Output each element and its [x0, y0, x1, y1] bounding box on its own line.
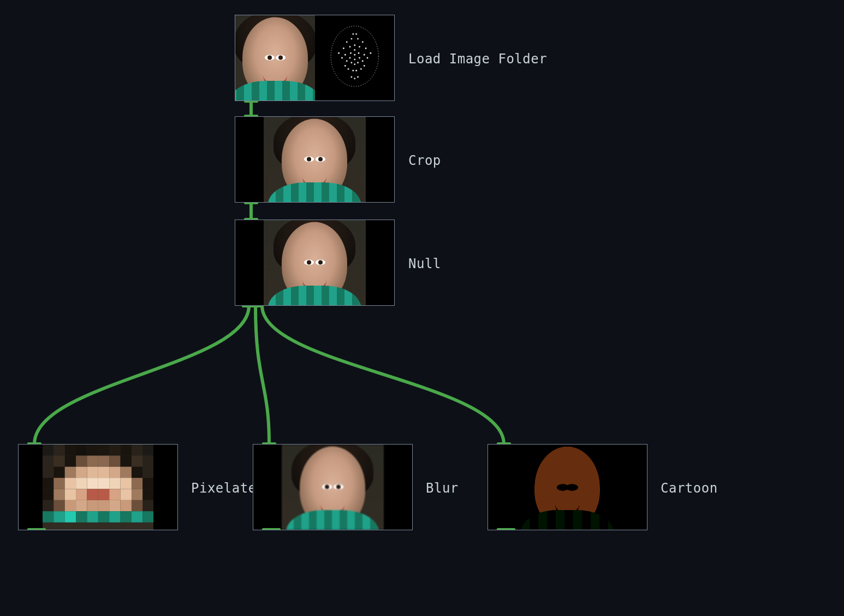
svg-point-12: [361, 41, 363, 43]
svg-point-18: [344, 54, 346, 56]
svg-rect-91: [87, 489, 98, 500]
svg-rect-96: [142, 489, 153, 500]
svg-point-45: [354, 49, 355, 51]
node-load-image-folder[interactable]: [235, 15, 395, 101]
svg-point-11: [357, 38, 359, 40]
svg-rect-98: [54, 500, 64, 511]
svg-rect-116: [142, 511, 153, 522]
svg-rect-112: [98, 511, 109, 522]
svg-rect-110: [76, 511, 87, 522]
node-graph-canvas[interactable]: Load Image Folder Crop Null: [0, 0, 844, 616]
svg-rect-57: [43, 455, 54, 466]
svg-rect-97: [43, 500, 54, 511]
svg-rect-65: [132, 455, 142, 466]
node-label-cartoon: Cartoon: [661, 481, 718, 496]
thumbnail-face-cropped: [264, 117, 365, 202]
svg-rect-88: [54, 489, 64, 500]
svg-point-36: [366, 57, 368, 59]
svg-rect-115: [132, 511, 142, 522]
svg-point-39: [338, 52, 340, 54]
svg-rect-72: [98, 467, 109, 478]
svg-rect-49: [64, 445, 75, 455]
svg-point-14: [349, 46, 350, 48]
svg-rect-62: [98, 455, 109, 466]
svg-rect-95: [132, 489, 142, 500]
svg-rect-54: [120, 445, 131, 455]
svg-rect-83: [109, 478, 120, 489]
node-cartoon[interactable]: [488, 444, 647, 530]
svg-rect-99: [64, 500, 75, 511]
svg-rect-81: [87, 478, 98, 489]
node-pixelate[interactable]: [18, 444, 178, 530]
svg-rect-73: [109, 467, 120, 478]
svg-point-41: [344, 65, 346, 67]
svg-rect-107: [43, 511, 54, 522]
svg-rect-79: [64, 478, 75, 489]
svg-rect-111: [87, 511, 98, 522]
svg-rect-78: [54, 478, 64, 489]
svg-rect-101: [87, 500, 98, 511]
svg-rect-47: [43, 445, 54, 455]
svg-point-19: [350, 52, 352, 54]
thumbnail-face-null: [264, 220, 365, 305]
svg-rect-93: [109, 489, 120, 500]
edge-null-blur: [255, 306, 269, 444]
svg-rect-74: [120, 467, 131, 478]
node-crop[interactable]: [235, 116, 395, 203]
svg-rect-100: [76, 500, 87, 511]
thumbnail-face-blur: [282, 445, 383, 530]
svg-point-30: [355, 70, 357, 72]
svg-point-9: [346, 41, 347, 43]
svg-rect-51: [87, 445, 98, 455]
svg-point-38: [355, 33, 357, 35]
svg-point-17: [365, 48, 366, 49]
svg-rect-80: [76, 478, 87, 489]
thumbnail-face-pointcloud: [315, 15, 395, 100]
svg-rect-68: [54, 467, 64, 478]
svg-rect-92: [98, 489, 109, 500]
thumbnail-face-pixelated: [43, 445, 154, 530]
node-null[interactable]: [235, 220, 395, 306]
svg-rect-104: [120, 500, 131, 511]
svg-point-15: [354, 44, 355, 46]
svg-point-37: [352, 33, 354, 35]
node-label-pixelate: Pixelate: [191, 481, 257, 496]
svg-rect-52: [98, 445, 109, 455]
svg-rect-114: [120, 511, 131, 522]
svg-point-26: [357, 62, 359, 63]
svg-rect-59: [64, 455, 75, 466]
svg-point-10: [350, 38, 352, 40]
svg-point-25: [354, 63, 355, 65]
svg-rect-106: [142, 500, 153, 511]
node-label-load: Load Image Folder: [408, 51, 547, 67]
svg-rect-61: [87, 455, 98, 466]
svg-point-24: [350, 62, 352, 63]
svg-rect-113: [109, 511, 120, 522]
svg-rect-77: [43, 478, 54, 489]
svg-rect-64: [120, 455, 131, 466]
svg-rect-67: [43, 467, 54, 478]
svg-rect-76: [142, 467, 153, 478]
node-label-blur: Blur: [426, 481, 459, 496]
thumbnail-face-cartoon: [499, 445, 635, 530]
svg-point-23: [346, 60, 347, 62]
svg-rect-84: [120, 478, 131, 489]
svg-rect-56: [142, 445, 153, 455]
svg-rect-75: [132, 467, 142, 478]
svg-rect-60: [76, 455, 87, 466]
node-blur[interactable]: [253, 444, 413, 530]
svg-point-40: [370, 52, 371, 54]
svg-point-29: [352, 70, 354, 72]
svg-rect-105: [132, 500, 142, 511]
output-port[interactable]: [497, 528, 515, 530]
svg-rect-66: [142, 455, 153, 466]
svg-point-34: [357, 76, 359, 78]
output-port[interactable]: [27, 528, 46, 530]
svg-rect-94: [120, 489, 131, 500]
svg-point-42: [363, 65, 365, 67]
svg-rect-90: [76, 489, 87, 500]
output-port[interactable]: [262, 528, 281, 530]
svg-rect-108: [54, 511, 64, 522]
svg-rect-48: [54, 445, 64, 455]
svg-rect-55: [132, 445, 142, 455]
